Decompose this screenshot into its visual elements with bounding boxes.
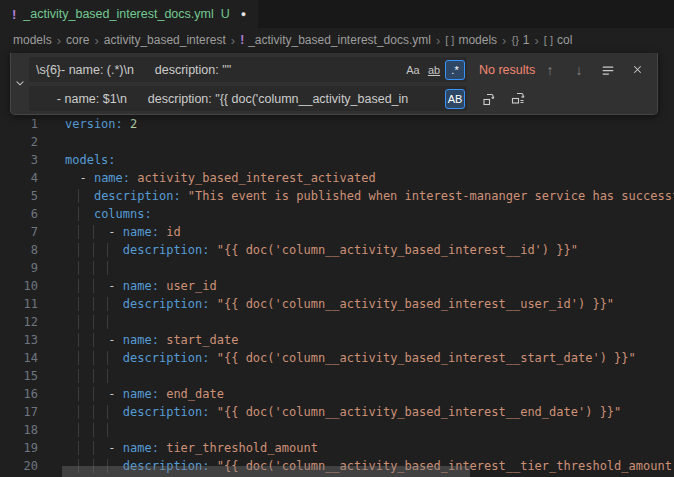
- line-number: 4: [0, 169, 38, 187]
- line-content: [65, 313, 123, 331]
- breadcrumb-separator-icon: ›: [535, 33, 539, 48]
- code-line[interactable]: 13 - name: start_date: [0, 331, 674, 349]
- line-content: description: "{{ doc('column__activity_b…: [65, 403, 621, 421]
- line-number: 8: [0, 241, 38, 259]
- line-number: 13: [0, 331, 38, 349]
- code-line[interactable]: 1version: 2: [0, 115, 674, 133]
- modified-indicator-icon[interactable]: ●: [241, 9, 246, 19]
- breadcrumb-label: core: [66, 33, 89, 47]
- preserve-case-toggle[interactable]: AB: [445, 89, 465, 109]
- code-line[interactable]: 2: [0, 133, 674, 151]
- find-input[interactable]: \s{6}- name: (.*)\n description: "" Aa a…: [29, 57, 467, 82]
- whole-word-toggle[interactable]: ab: [424, 60, 444, 80]
- line-content: description: "{{ doc('column__activity_b…: [65, 295, 614, 313]
- breadcrumb-item-models[interactable]: models: [13, 33, 52, 47]
- code-area[interactable]: 1version: 223models:4 - name: activity_b…: [0, 115, 674, 475]
- code-line[interactable]: 7 - name: id: [0, 223, 674, 241]
- find-in-selection-button[interactable]: [598, 60, 618, 80]
- code-line[interactable]: 19 - name: tier_threshold_amount: [0, 439, 674, 457]
- breadcrumb-separator-icon: ›: [57, 33, 61, 48]
- tab-bar: ! _activity_based_interest_docs.yml U ●: [0, 0, 674, 28]
- replace-all-button[interactable]: [508, 89, 528, 109]
- find-query-text: \s{6}- name: (.*)\n description: "": [36, 63, 402, 77]
- indent-guides: [65, 297, 108, 311]
- breadcrumb-item-models[interactable]: [ ]models: [445, 33, 497, 47]
- replace-value-text: - name: $1\n description: "{{ doc('colum…: [36, 92, 444, 106]
- breadcrumb-separator-icon: ›: [502, 33, 506, 48]
- breadcrumb-item--activity-based-interest-docs-yml[interactable]: !_activity_based_interest_docs.yml: [240, 33, 431, 47]
- breadcrumb-label: 1: [523, 33, 530, 47]
- line-content: [65, 367, 123, 385]
- yaml-file-icon: !: [240, 33, 244, 47]
- line-number: 19: [0, 439, 38, 457]
- line-number: 15: [0, 367, 38, 385]
- indent-guides: [65, 225, 94, 239]
- vscode-window: ! _activity_based_interest_docs.yml U ● …: [0, 0, 674, 477]
- code-line[interactable]: 15: [0, 367, 674, 385]
- replace-input[interactable]: - name: $1\n description: "{{ doc('colum…: [29, 86, 467, 111]
- find-replace-widget: \s{6}- name: (.*)\n description: "" Aa a…: [10, 53, 658, 115]
- breadcrumb-item-1[interactable]: {}1: [511, 33, 529, 47]
- next-match-button[interactable]: ↓: [569, 60, 589, 80]
- line-content: [65, 259, 123, 277]
- replace-row: - name: $1\n description: "{{ doc('colum…: [29, 86, 651, 111]
- replace-actions: [479, 89, 532, 109]
- code-line[interactable]: 8 description: "{{ doc('column__activity…: [0, 241, 674, 259]
- line-content: - name: end_date: [65, 385, 224, 403]
- line-number: 18: [0, 421, 38, 439]
- close-find-button[interactable]: [627, 60, 647, 80]
- code-line[interactable]: 14 description: "{{ doc('column__activit…: [0, 349, 674, 367]
- indent-guides: [65, 315, 108, 329]
- line-number: 20: [0, 457, 38, 475]
- whole-word-label: ab: [428, 64, 440, 76]
- horizontal-scrollbar-thumb[interactable]: [62, 466, 470, 477]
- replace-button[interactable]: [479, 89, 499, 109]
- git-untracked-badge: U: [221, 7, 230, 21]
- line-content: description: "This event is published wh…: [65, 187, 674, 205]
- code-line[interactable]: 17 description: "{{ doc('column__activit…: [0, 403, 674, 421]
- breadcrumb-label: col: [557, 33, 572, 47]
- code-line[interactable]: 11 description: "{{ doc('column__activit…: [0, 295, 674, 313]
- indent-guides: [65, 387, 94, 401]
- previous-match-button[interactable]: ↑: [540, 60, 560, 80]
- code-line[interactable]: 9: [0, 259, 674, 277]
- code-line[interactable]: 4 - name: activity_based_interest_activa…: [0, 169, 674, 187]
- indent-guides: [65, 279, 94, 293]
- symbol-object-icon: {}: [511, 34, 518, 46]
- match-case-toggle[interactable]: Aa: [403, 60, 423, 80]
- symbol-array-icon: [ ]: [544, 34, 553, 46]
- line-content: - name: id: [65, 223, 181, 241]
- code-line[interactable]: 6 columns:: [0, 205, 674, 223]
- line-content: version: 2: [65, 115, 137, 133]
- breadcrumb-label: activity_based_interest: [104, 33, 226, 47]
- code-line[interactable]: 10 - name: user_id: [0, 277, 674, 295]
- indent-guides: [65, 369, 108, 383]
- indent-guides: [65, 441, 94, 455]
- breadcrumb-separator-icon: ›: [231, 33, 235, 48]
- toggle-replace-button[interactable]: [11, 53, 29, 114]
- indent-guides: [65, 405, 108, 419]
- code-line[interactable]: 3models:: [0, 151, 674, 169]
- breadcrumb: models›core›activity_based_interest›!_ac…: [0, 28, 674, 52]
- line-content: columns:: [65, 205, 152, 223]
- line-number: 5: [0, 187, 38, 205]
- breadcrumb-label: _activity_based_interest_docs.yml: [248, 33, 431, 47]
- code-line[interactable]: 5 description: "This event is published …: [0, 187, 674, 205]
- code-line[interactable]: 18: [0, 421, 674, 439]
- indent-guides: [65, 261, 108, 275]
- indent-guides: [65, 423, 108, 437]
- line-number: 10: [0, 277, 38, 295]
- line-number: 12: [0, 313, 38, 331]
- code-line[interactable]: 16 - name: end_date: [0, 385, 674, 403]
- breadcrumb-item-col[interactable]: [ ]col: [544, 33, 573, 47]
- breadcrumb-item-activity-based-interest[interactable]: activity_based_interest: [104, 33, 226, 47]
- line-number: 2: [0, 133, 38, 151]
- regex-toggle[interactable]: .*: [445, 60, 465, 80]
- breadcrumb-item-core[interactable]: core: [66, 33, 89, 47]
- line-number: 3: [0, 151, 38, 169]
- indent-guides: [65, 351, 108, 365]
- results-count-label: No results: [479, 63, 535, 77]
- tab-activity-based-interest-docs[interactable]: ! _activity_based_interest_docs.yml U ●: [0, 0, 258, 28]
- code-line[interactable]: 12: [0, 313, 674, 331]
- editor-pane[interactable]: \s{6}- name: (.*)\n description: "" Aa a…: [0, 52, 674, 477]
